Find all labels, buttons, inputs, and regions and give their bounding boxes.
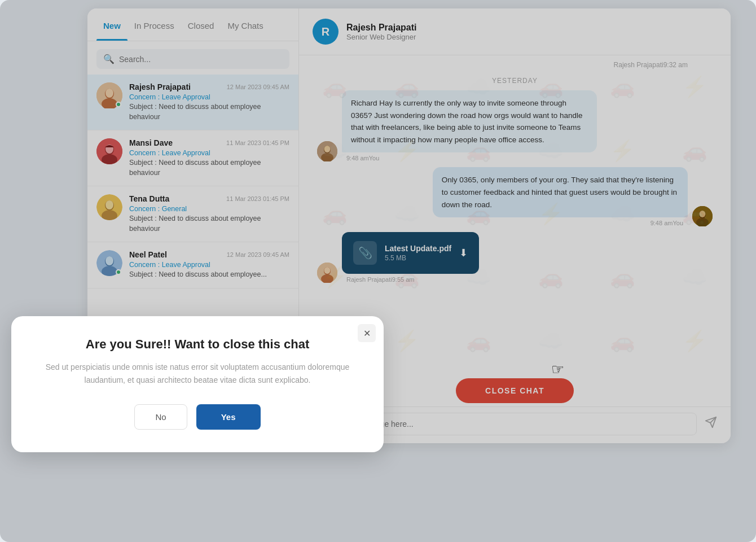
- dialog-title: Are you Sure!! Want to close this chat: [36, 336, 359, 353]
- dialog-body: Sed ut perspiciatis unde omnis iste natu…: [36, 361, 359, 388]
- dialog-overlay: [0, 0, 756, 542]
- dialog-close-button[interactable]: ✕: [358, 324, 376, 342]
- dialog-buttons: No Yes: [36, 404, 359, 430]
- yes-button[interactable]: Yes: [196, 404, 261, 430]
- confirmation-dialog: ✕ Are you Sure!! Want to close this chat…: [11, 316, 384, 452]
- no-button[interactable]: No: [134, 404, 187, 430]
